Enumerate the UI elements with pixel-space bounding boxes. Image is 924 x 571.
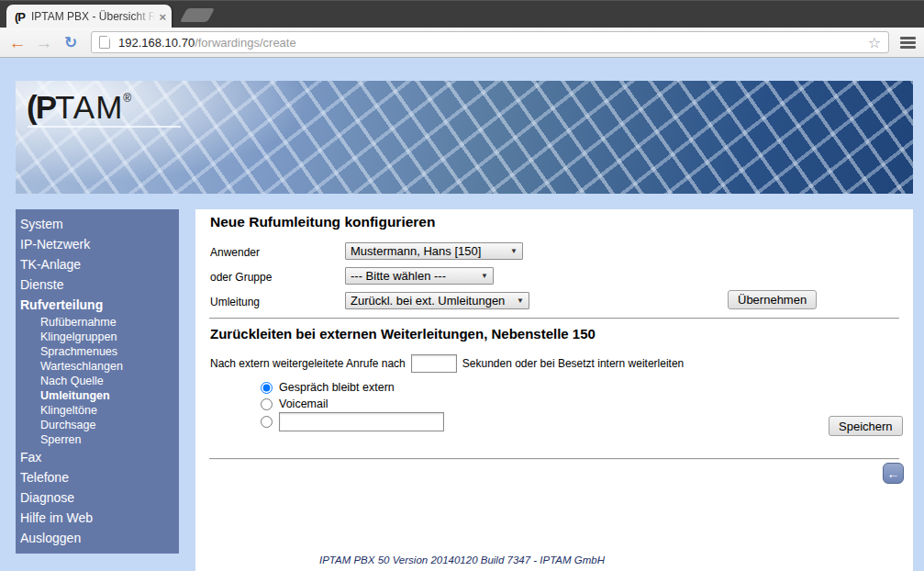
timeout-text-after: Sekunden oder bei Besetzt intern weiterl…	[462, 357, 684, 370]
page-background: (PTAM® System IP-Netzwerk TK-Anlage Dien…	[0, 58, 924, 571]
browser-tab-strip: (P IPTAM PBX - Übersicht Ru ×	[0, 0, 924, 28]
anwender-selected-value: Mustermann, Hans [150]	[351, 244, 507, 258]
sidebar-item-rufuebernahme[interactable]: Rufübernahme	[16, 315, 179, 330]
url-path: /forwardings/create	[195, 36, 296, 50]
sidebar-item-dienste[interactable]: Dienste	[16, 274, 179, 295]
tab-close-icon[interactable]: ×	[159, 10, 166, 24]
option-row-extern: Gespräch bleibt extern	[261, 381, 395, 394]
sidebar-item-sperren[interactable]: Sperren	[16, 432, 179, 447]
iptam-logo: (PTAM®	[27, 91, 131, 123]
sidebar-item-nach-quelle[interactable]: Nach Quelle	[16, 374, 179, 388]
back-icon[interactable]: ←	[7, 34, 28, 51]
bottom-divider	[209, 458, 899, 460]
sidebar-item-klingelgruppen[interactable]: Klingelgruppen	[16, 330, 179, 344]
reload-icon[interactable]: ↻	[61, 35, 81, 50]
logo-underline	[28, 126, 181, 128]
sidebar-item-warteschlangen[interactable]: Warteschlangen	[16, 359, 179, 374]
back-arrow-icon: ←	[887, 466, 900, 481]
radio-voicemail[interactable]	[261, 398, 273, 410]
url-host: 192.168.10.70	[118, 36, 195, 50]
logo-tam: TAM	[55, 89, 123, 125]
uebernehmen-button[interactable]: Übernehmen	[728, 290, 817, 309]
bookmark-star-icon[interactable]: ☆	[868, 34, 881, 51]
sidebar-item-rufverteilung[interactable]: Rufverteilung	[16, 295, 179, 315]
dropdown-arrow-icon: ▼	[517, 297, 524, 305]
radio-custom-number[interactable]	[261, 416, 273, 428]
seconds-input[interactable]	[411, 354, 457, 373]
logo-registered-mark-icon: ®	[123, 92, 131, 105]
sidebar-nav: System IP-Netzwerk TK-Anlage Dienste Ruf…	[16, 209, 179, 554]
anwender-select[interactable]: Mustermann, Hans [150] ▼	[345, 242, 523, 260]
sidebar-item-durchsage[interactable]: Durchsage	[16, 418, 179, 432]
sidebar-item-hilfe-im-web[interactable]: Hilfe im Web	[16, 508, 179, 528]
option-row-custom	[261, 412, 444, 431]
gruppe-label: oder Gruppe	[210, 271, 272, 284]
umleitung-select[interactable]: Zurückl. bei ext. Umleitungen ▼	[345, 292, 529, 309]
section-title: Zurückleiten bei externen Weiterleitunge…	[210, 326, 596, 341]
sidebar-item-system[interactable]: System	[16, 214, 179, 234]
umleitung-selected-value: Zurückl. bei ext. Umleitungen	[351, 294, 513, 308]
gruppe-select[interactable]: --- Bitte wählen --- ▼	[345, 267, 494, 285]
footer-version-text: IPTAM PBX 50 Version 20140120 Build 7347…	[319, 554, 605, 565]
browser-tab[interactable]: (P IPTAM PBX - Übersicht Ru ×	[6, 5, 172, 28]
timeout-text-before: Nach extern weitergeleitete Anrufe nach	[210, 357, 406, 370]
tab-title: IPTAM PBX - Übersicht Ru	[31, 10, 155, 23]
sidebar-item-sprachmenues[interactable]: Sprachmenues	[16, 344, 179, 359]
speichern-button[interactable]: Speichern	[829, 416, 903, 436]
sidebar-item-telefone[interactable]: Telefone	[16, 467, 179, 487]
sidebar-item-tk-anlage[interactable]: TK-Anlage	[16, 254, 179, 274]
radio-label-voicemail[interactable]: Voicemail	[279, 397, 328, 410]
section-divider	[209, 318, 899, 319]
dropdown-arrow-icon: ▼	[510, 247, 518, 255]
umleitung-label: Umleitung	[210, 296, 260, 308]
page-title: Neue Rufumleitung konfigurieren	[210, 214, 435, 230]
custom-number-input[interactable]	[279, 412, 444, 431]
anwender-label: Anwender	[210, 246, 260, 259]
footer: IPTAM PBX 50 Version 20140120 Build 7347…	[0, 554, 924, 565]
sidebar-item-ausloggen[interactable]: Ausloggen	[16, 528, 179, 548]
main-content: Neue Rufumleitung konfigurieren Anwender…	[195, 209, 913, 571]
sidebar-item-umleitungen[interactable]: Umleitungen	[16, 388, 179, 403]
back-button[interactable]: ←	[883, 463, 904, 484]
gruppe-selected-value: --- Bitte wählen ---	[351, 269, 477, 283]
sidebar-item-klingeltoene[interactable]: Klingeltöne	[16, 403, 179, 418]
new-tab-button[interactable]	[180, 8, 215, 22]
menu-icon[interactable]	[900, 35, 917, 50]
dropdown-arrow-icon: ▼	[481, 272, 488, 280]
radio-label-extern[interactable]: Gespräch bleibt extern	[279, 381, 395, 394]
iptam-favicon-icon: (P	[15, 10, 25, 24]
radio-gespraech-bleibt-extern[interactable]	[261, 382, 273, 394]
timeout-line: Nach extern weitergeleitete Anrufe nach …	[210, 354, 684, 373]
sidebar-item-ip-netzwerk[interactable]: IP-Netzwerk	[16, 234, 179, 254]
sidebar-item-fax[interactable]: Fax	[16, 447, 179, 467]
sidebar-item-diagnose[interactable]: Diagnose	[16, 487, 179, 508]
header-banner: (PTAM®	[16, 81, 913, 194]
url-bar[interactable]: 192.168.10.70/forwardings/create ☆	[91, 31, 889, 53]
logo-ip: (P	[27, 89, 55, 125]
forward-icon[interactable]: →	[34, 34, 54, 51]
option-row-voicemail: Voicemail	[261, 397, 328, 410]
browser-toolbar: ← → ↻ 192.168.10.70/forwardings/create ☆	[0, 28, 924, 58]
page-icon	[99, 36, 110, 49]
